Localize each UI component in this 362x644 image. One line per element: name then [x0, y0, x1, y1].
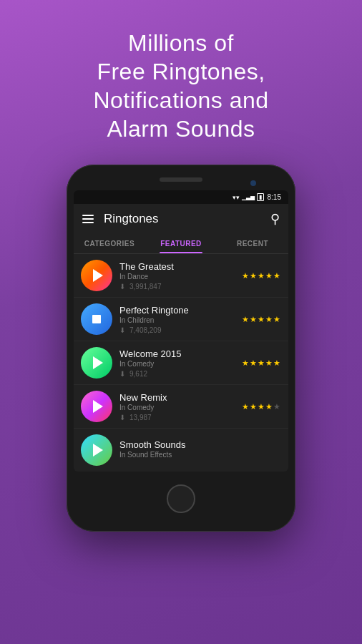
song-icon-2 — [81, 347, 112, 379]
song-icon-4 — [81, 434, 112, 466]
song-info-0: The Greatest In Dance ⬇ 3,991,847 — [119, 261, 242, 291]
download-count-1: 7,408,209 — [129, 326, 162, 334]
tab-recent[interactable]: RECENT — [217, 234, 288, 253]
tab-featured[interactable]: FEATURED — [145, 234, 217, 253]
app-bar: Ringtones ⚲ — [74, 204, 288, 234]
phone-mockup: ▾▾ ▁▃▅ ▮ 8:15 Ringtones ⚲ CATEGORIES — [67, 165, 295, 532]
download-icon-1: ⬇ — [119, 326, 125, 334]
stars-3: ★★★★★ — [242, 402, 281, 411]
status-bar: ▾▾ ▁▃▅ ▮ 8:15 — [74, 190, 288, 204]
stars-1: ★★★★★ — [242, 315, 281, 324]
song-list: The Greatest In Dance ⬇ 3,991,847 ★★★★★ — [74, 254, 288, 472]
song-item-3[interactable]: New Remix In Comedy ⬇ 13,987 ★★★★★ — [74, 385, 288, 429]
phone-home-bar — [74, 479, 288, 519]
song-name-3: New Remix — [119, 392, 242, 403]
download-icon-3: ⬇ — [119, 414, 125, 421]
home-button[interactable] — [167, 484, 195, 513]
song-info-2: Welcome 2015 In Comedy ⬇ 9,612 — [119, 348, 242, 378]
phone-screen: ▾▾ ▁▃▅ ▮ 8:15 Ringtones ⚲ CATEGORIES — [74, 190, 288, 472]
song-icon-1 — [81, 303, 112, 335]
phone-speaker — [160, 177, 202, 182]
song-item-1[interactable]: Perfect Ringtone In Children ⬇ 7,408,209… — [74, 298, 288, 341]
song-info-1: Perfect Ringtone In Children ⬇ 7,408,209 — [119, 305, 242, 334]
song-category-1: In Children — [119, 316, 242, 324]
song-category-0: In Dance — [119, 273, 242, 280]
download-icon-2: ⬇ — [119, 370, 125, 378]
hero-section: Millions of Free Ringtones, Notification… — [64, 0, 297, 157]
download-icon-0: ⬇ — [119, 283, 125, 291]
wifi-icon: ▾▾ — [233, 194, 240, 201]
song-name-1: Perfect Ringtone — [119, 305, 242, 316]
tab-categories[interactable]: CATEGORIES — [74, 234, 145, 253]
stars-0: ★★★★★ — [242, 271, 281, 280]
status-time: 8:15 — [268, 193, 281, 201]
song-category-2: In Comedy — [119, 360, 242, 368]
download-count-3: 13,987 — [129, 414, 152, 421]
app-title: Ringtones — [104, 212, 159, 226]
song-item-0[interactable]: The Greatest In Dance ⬇ 3,991,847 ★★★★★ — [74, 254, 288, 298]
download-count-0: 3,991,847 — [129, 283, 162, 291]
song-name-0: The Greatest — [119, 261, 242, 272]
tabs-bar: CATEGORIES FEATURED RECENT — [74, 234, 288, 254]
song-name-4: Smooth Sounds — [119, 439, 281, 450]
phone-camera — [250, 180, 256, 186]
hamburger-menu[interactable] — [82, 215, 94, 223]
song-item-2[interactable]: Welcome 2015 In Comedy ⬇ 9,612 ★★★★★ — [74, 341, 288, 385]
download-count-2: 9,612 — [129, 370, 147, 378]
signal-icon: ▁▃▅ — [242, 194, 255, 200]
hero-text: Millions of Free Ringtones, Notification… — [93, 30, 268, 142]
song-icon-3 — [81, 391, 112, 422]
song-info-3: New Remix In Comedy ⬇ 13,987 — [119, 392, 242, 421]
song-category-3: In Comedy — [119, 404, 242, 411]
song-name-2: Welcome 2015 — [119, 348, 242, 359]
battery-icon: ▮ — [257, 193, 264, 201]
song-item-4[interactable]: Smooth Sounds In Sound Effects — [74, 429, 288, 472]
song-icon-0 — [81, 260, 112, 291]
song-info-4: Smooth Sounds In Sound Effects — [119, 439, 281, 461]
stars-2: ★★★★★ — [242, 358, 281, 368]
song-category-4: In Sound Effects — [119, 451, 281, 459]
search-icon[interactable]: ⚲ — [270, 211, 280, 227]
